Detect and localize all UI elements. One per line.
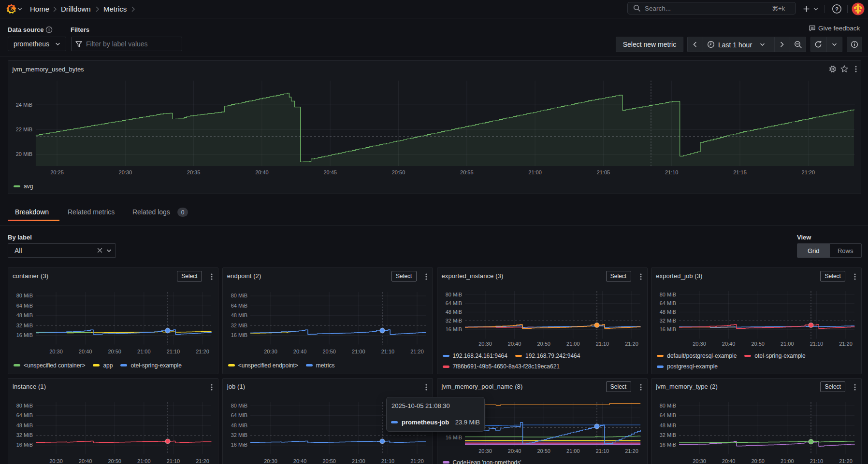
svg-text:80 MiB: 80 MiB (231, 293, 247, 298)
svg-text:48 MiB: 48 MiB (16, 312, 33, 318)
svg-text:20:40: 20:40 (293, 349, 307, 354)
svg-text:20:30: 20:30 (49, 458, 63, 464)
svg-text:20:40: 20:40 (255, 169, 269, 175)
svg-text:20:50: 20:50 (752, 458, 765, 464)
svg-text:20:50: 20:50 (322, 458, 336, 464)
svg-text:21:00: 21:00 (528, 169, 542, 175)
svg-text:64 MiB: 64 MiB (445, 300, 462, 306)
svg-text:21:20: 21:20 (625, 341, 638, 347)
svg-text:21:00: 21:00 (781, 341, 794, 347)
svg-text:21:15: 21:15 (733, 169, 747, 175)
svg-text:80 MiB: 80 MiB (16, 403, 33, 408)
svg-text:21:10: 21:10 (167, 349, 180, 354)
svg-text:20:30: 20:30 (119, 169, 132, 175)
svg-text:48 MiB: 48 MiB (445, 309, 462, 315)
svg-text:21:20: 21:20 (410, 349, 424, 354)
svg-text:21:00: 21:00 (566, 341, 580, 347)
svg-text:21:00: 21:00 (137, 458, 151, 464)
svg-text:16 MiB: 16 MiB (16, 442, 33, 448)
svg-text:16 MiB: 16 MiB (445, 326, 462, 332)
svg-text:32 MiB: 32 MiB (16, 323, 33, 328)
svg-text:21:20: 21:20 (196, 458, 209, 464)
svg-text:21:20: 21:20 (802, 169, 815, 175)
svg-text:20:50: 20:50 (752, 341, 765, 347)
svg-text:21:10: 21:10 (810, 341, 824, 347)
svg-text:20 MiB: 20 MiB (16, 151, 32, 157)
svg-text:20:25: 20:25 (50, 169, 64, 175)
svg-text:20:50: 20:50 (537, 341, 550, 347)
svg-text:21:10: 21:10 (381, 458, 394, 464)
svg-text:21:20: 21:20 (410, 458, 424, 464)
svg-text:21:10: 21:10 (665, 169, 679, 175)
svg-text:80 MiB: 80 MiB (660, 292, 676, 297)
svg-text:20:30: 20:30 (478, 448, 492, 454)
svg-text:21:00: 21:00 (352, 349, 365, 354)
svg-text:20:35: 20:35 (187, 169, 201, 175)
svg-text:16 MiB: 16 MiB (660, 442, 676, 448)
svg-text:20:30: 20:30 (693, 341, 706, 347)
svg-text:16 MiB: 16 MiB (231, 332, 247, 338)
svg-text:21:10: 21:10 (595, 341, 609, 347)
svg-text:48 MiB: 48 MiB (231, 312, 247, 318)
svg-text:48 MiB: 48 MiB (231, 422, 247, 428)
svg-text:20:55: 20:55 (460, 169, 474, 175)
svg-text:64 MiB: 64 MiB (660, 300, 676, 306)
svg-text:80 MiB: 80 MiB (660, 403, 676, 408)
svg-text:32 MiB: 32 MiB (231, 323, 247, 328)
svg-text:21:00: 21:00 (137, 349, 151, 354)
svg-text:24 MiB: 24 MiB (16, 102, 32, 108)
svg-text:32 MiB: 32 MiB (231, 432, 247, 438)
svg-text:21:00: 21:00 (781, 458, 794, 464)
svg-text:20:45: 20:45 (323, 169, 337, 175)
svg-text:20:50: 20:50 (108, 349, 121, 354)
svg-text:21:10: 21:10 (810, 458, 824, 464)
svg-text:64 MiB: 64 MiB (16, 303, 33, 309)
svg-text:20:40: 20:40 (722, 458, 736, 464)
svg-text:21:00: 21:00 (566, 448, 580, 454)
svg-text:16 MiB: 16 MiB (445, 435, 462, 440)
svg-text:21:10: 21:10 (167, 458, 180, 464)
svg-text:80 MiB: 80 MiB (231, 403, 247, 408)
svg-text:20:30: 20:30 (264, 458, 277, 464)
svg-text:21:05: 21:05 (597, 169, 610, 175)
svg-text:64 MiB: 64 MiB (231, 412, 247, 418)
svg-text:16 MiB: 16 MiB (16, 332, 33, 338)
svg-text:20:30: 20:30 (478, 341, 492, 347)
svg-text:20:40: 20:40 (507, 448, 521, 454)
svg-text:21:10: 21:10 (381, 349, 394, 354)
svg-text:64 MiB: 64 MiB (231, 303, 247, 309)
svg-text:32 MiB: 32 MiB (16, 432, 33, 438)
svg-text:20:50: 20:50 (392, 169, 405, 175)
svg-text:20:50: 20:50 (108, 458, 121, 464)
svg-text:64 MiB: 64 MiB (16, 412, 33, 418)
svg-text:16 MiB: 16 MiB (231, 442, 247, 448)
svg-text:20:50: 20:50 (537, 448, 550, 454)
svg-text:32 MiB: 32 MiB (445, 318, 462, 323)
svg-text:21:20: 21:20 (839, 458, 853, 464)
svg-text:20:30: 20:30 (49, 349, 63, 354)
svg-text:20:40: 20:40 (507, 341, 521, 347)
svg-text:21:00: 21:00 (352, 458, 365, 464)
svg-text:32 MiB: 32 MiB (660, 318, 676, 323)
svg-text:32 MiB: 32 MiB (660, 432, 676, 438)
svg-text:20:30: 20:30 (693, 458, 706, 464)
svg-text:16 MiB: 16 MiB (660, 326, 676, 332)
svg-text:20:30: 20:30 (264, 349, 277, 354)
svg-text:20:40: 20:40 (293, 458, 307, 464)
svg-text:48 MiB: 48 MiB (660, 309, 676, 315)
svg-text:80 MiB: 80 MiB (445, 292, 462, 297)
svg-text:20:40: 20:40 (79, 349, 92, 354)
svg-text:21:10: 21:10 (595, 448, 609, 454)
svg-text:21:20: 21:20 (839, 341, 853, 347)
svg-text:22 MiB: 22 MiB (16, 127, 32, 132)
svg-text:21:20: 21:20 (625, 448, 638, 454)
svg-text:80 MiB: 80 MiB (16, 293, 33, 298)
svg-text:?: ? (835, 6, 839, 12)
svg-text:20:40: 20:40 (722, 341, 736, 347)
svg-text:64 MiB: 64 MiB (660, 412, 676, 418)
svg-text:20:40: 20:40 (79, 458, 92, 464)
svg-text:21:20: 21:20 (196, 349, 209, 354)
svg-text:48 MiB: 48 MiB (16, 422, 33, 428)
svg-text:48 MiB: 48 MiB (660, 422, 676, 428)
svg-text:20:50: 20:50 (322, 349, 336, 354)
